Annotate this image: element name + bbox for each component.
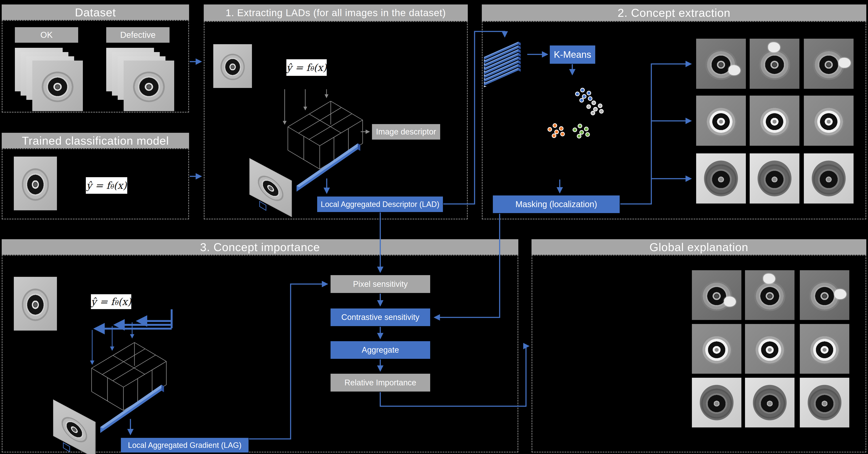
connector-lag-to-pixel-sensitivity: [249, 284, 327, 439]
connector-relative-to-global: [380, 346, 529, 406]
diagram-canvas: Dataset 1. Extracting LADs (for all imag…: [0, 0, 868, 454]
connector-overlay: [0, 0, 868, 454]
connector-masking-to-concept-row1: [620, 64, 691, 204]
connector-masking-to-contrastive: [435, 214, 500, 317]
connector-lad-to-stack: [443, 31, 505, 204]
